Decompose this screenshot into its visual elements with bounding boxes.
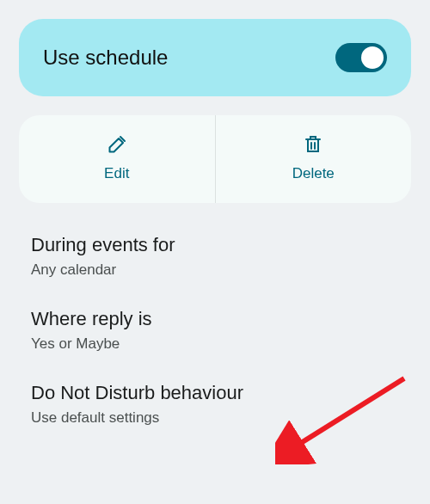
delete-button[interactable]: Delete — [216, 115, 412, 203]
setting-where-reply[interactable]: Where reply is Yes or Maybe — [19, 308, 411, 382]
setting-during-events[interactable]: During events for Any calendar — [19, 234, 411, 308]
setting-subtitle: Yes or Maybe — [31, 335, 399, 353]
setting-subtitle: Use default settings — [31, 409, 399, 427]
delete-label: Delete — [292, 165, 335, 182]
action-row: Edit Delete — [19, 115, 411, 203]
use-schedule-label: Use schedule — [43, 46, 168, 70]
edit-button[interactable]: Edit — [19, 115, 216, 203]
setting-title: Do Not Disturb behaviour — [31, 382, 399, 404]
use-schedule-toggle[interactable] — [335, 43, 387, 72]
trash-icon — [303, 134, 323, 155]
toggle-thumb — [361, 46, 384, 69]
setting-dnd-behaviour[interactable]: Do Not Disturb behaviour Use default set… — [19, 382, 411, 456]
setting-title: During events for — [31, 234, 399, 256]
setting-title: Where reply is — [31, 308, 399, 330]
edit-label: Edit — [104, 165, 129, 182]
setting-subtitle: Any calendar — [31, 261, 399, 279]
pencil-icon — [107, 134, 127, 155]
use-schedule-card: Use schedule — [19, 19, 411, 96]
